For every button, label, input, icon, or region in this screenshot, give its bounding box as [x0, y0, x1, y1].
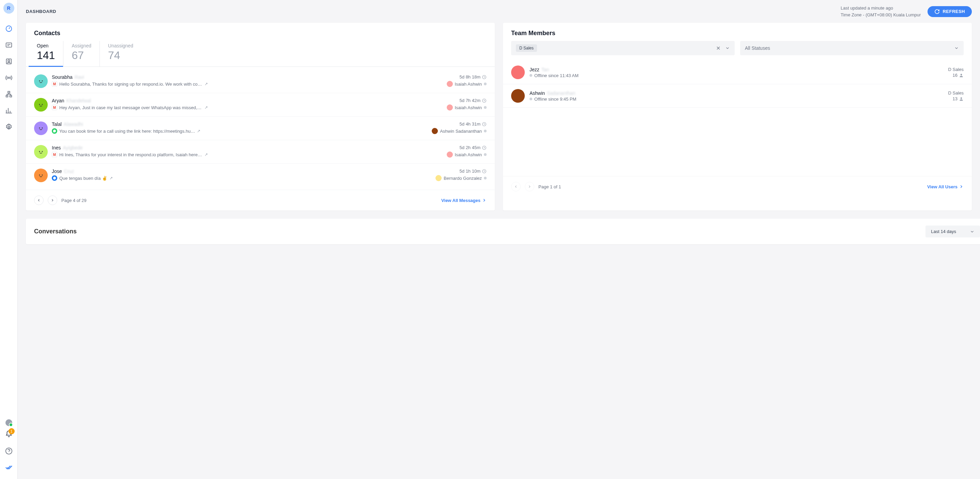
svg-point-3	[8, 60, 10, 62]
contact-row[interactable]: Talal AlawadhiYou can book time for a ca…	[26, 117, 495, 140]
date-range-label: Last 14 days	[931, 229, 956, 234]
checkmark-icon[interactable]	[2, 461, 16, 474]
assignee-avatar	[447, 152, 453, 158]
outgoing-arrow-icon: ↗	[204, 105, 208, 110]
contact-row[interactable]: Sourabha RaviMHello Sourabha, Thanks for…	[26, 70, 495, 93]
svg-point-23	[42, 175, 43, 176]
status-dot-icon	[484, 83, 487, 85]
team-filter-select[interactable]: D Sales	[511, 41, 735, 55]
svg-point-27	[961, 97, 962, 99]
svg-point-20	[42, 151, 43, 152]
refresh-icon	[934, 9, 940, 14]
refresh-button[interactable]: REFRESH	[928, 6, 972, 17]
nav-settings-icon[interactable]	[2, 120, 16, 134]
member-avatar	[511, 65, 525, 79]
assignee-avatar	[447, 104, 453, 110]
notification-count-badge: 1	[8, 428, 15, 434]
contact-row[interactable]: Aryan KhandelwalMHey Aryan, Just in case…	[26, 93, 495, 117]
outgoing-arrow-icon: ↗	[110, 176, 113, 180]
contact-surname: Cruz	[64, 169, 74, 174]
clock-icon	[482, 98, 487, 103]
svg-rect-1	[6, 43, 11, 48]
member-count: 13	[948, 96, 964, 101]
nav-workflows-icon[interactable]	[2, 87, 16, 101]
member-list: Jezz TanOffline since 11:43 AMD Sales16A…	[503, 61, 972, 108]
chevron-down-icon	[954, 46, 959, 51]
member-team: D Sales	[948, 90, 964, 96]
nav-messages-icon[interactable]	[2, 38, 16, 52]
user-presence-icon[interactable]	[5, 419, 12, 426]
page-title: DASHBOARD	[26, 9, 56, 14]
view-all-messages-link[interactable]: View All Messages	[441, 198, 487, 203]
person-icon	[959, 73, 964, 78]
svg-rect-5	[8, 91, 10, 93]
member-row[interactable]: Jezz TanOffline since 11:43 AMD Sales16	[503, 61, 972, 84]
contact-surname: Ravi	[75, 74, 84, 80]
clear-icon[interactable]	[716, 45, 721, 51]
contact-row[interactable]: Ines AyigbedeMHi Ines, Thanks for your i…	[26, 140, 495, 164]
date-range-select[interactable]: Last 14 days	[926, 225, 980, 238]
tab-open[interactable]: Open141	[29, 41, 63, 67]
tab-value: 67	[72, 49, 91, 62]
clock-icon	[482, 145, 487, 150]
tab-unassigned[interactable]: Unassigned74	[100, 41, 142, 67]
team-filter-chip: D Sales	[516, 44, 537, 52]
assignee-avatar	[436, 175, 442, 181]
contacts-prev-button[interactable]	[34, 195, 44, 205]
svg-rect-6	[6, 96, 8, 97]
contacts-next-button[interactable]	[48, 195, 57, 205]
tab-value: 74	[108, 49, 133, 62]
team-card-title: Team Members	[503, 23, 972, 41]
conversations-card: Conversations Last 14 days	[26, 219, 980, 244]
status-dot-icon	[530, 97, 532, 100]
svg-point-11	[42, 80, 43, 81]
contact-avatar	[34, 121, 48, 135]
contact-name: Ines	[52, 145, 60, 150]
member-row[interactable]: Ashwin SadananthanOffline since 9:45 PMD…	[503, 84, 972, 108]
contact-avatar	[34, 145, 48, 159]
nav-dashboard-icon[interactable]	[2, 22, 16, 35]
contact-surname: Alawadhi	[64, 121, 83, 127]
contact-surname: Ayigbede	[63, 145, 83, 150]
contact-time: 5d 7h 42m	[447, 98, 487, 103]
nav-reports-icon[interactable]	[2, 104, 16, 117]
tab-label: Open	[37, 43, 55, 48]
member-team: D Sales	[948, 67, 964, 72]
status-dot-icon	[484, 177, 487, 179]
view-all-users-link[interactable]: View All Users	[927, 184, 964, 189]
contact-assignee: Isaiah Ashwin	[447, 152, 487, 158]
gmail-icon: M	[52, 105, 57, 110]
contacts-list: Sourabha RaviMHello Sourabha, Thanks for…	[26, 67, 495, 190]
sidebar: R 1	[0, 0, 18, 479]
tab-assigned[interactable]: Assigned67	[63, 41, 100, 67]
page-header: DASHBOARD Last updated a minute ago Time…	[18, 0, 980, 23]
contact-assignee: Ashwin Sadananthan	[432, 128, 487, 134]
svg-point-10	[39, 80, 40, 81]
contacts-tabs: Open141Assigned67Unassigned74	[26, 41, 495, 67]
svg-point-4	[8, 77, 10, 78]
member-avatar	[511, 89, 525, 103]
svg-point-17	[42, 128, 43, 129]
status-filter-select[interactable]: All Statuses	[740, 41, 964, 55]
tab-value: 141	[37, 49, 55, 62]
status-dot-icon	[484, 153, 487, 156]
contact-avatar	[34, 98, 48, 112]
nav-broadcast-icon[interactable]	[2, 71, 16, 85]
messenger-icon	[52, 176, 57, 181]
status-filter-label: All Statuses	[745, 45, 770, 51]
status-dot-icon	[530, 74, 532, 77]
last-updated-text: Last updated a minute ago	[841, 5, 921, 11]
outgoing-arrow-icon: ↗	[204, 81, 208, 86]
notifications-icon[interactable]: 1	[5, 430, 13, 439]
chevron-right-icon	[959, 184, 964, 189]
header-meta: Last updated a minute ago Time Zone - (G…	[841, 5, 921, 18]
workspace-avatar[interactable]: R	[3, 3, 14, 14]
chevron-down-icon	[970, 229, 975, 234]
nav-contacts-icon[interactable]	[2, 54, 16, 68]
help-icon[interactable]	[2, 444, 16, 458]
contact-time: 5d 2h 45m	[447, 145, 487, 150]
outgoing-arrow-icon: ↗	[197, 129, 200, 133]
clock-icon	[482, 122, 487, 126]
contact-row[interactable]: Jose CruzQue tengas buen día ✌↗5d 1h 10m…	[26, 164, 495, 187]
gmail-icon: M	[52, 81, 57, 87]
